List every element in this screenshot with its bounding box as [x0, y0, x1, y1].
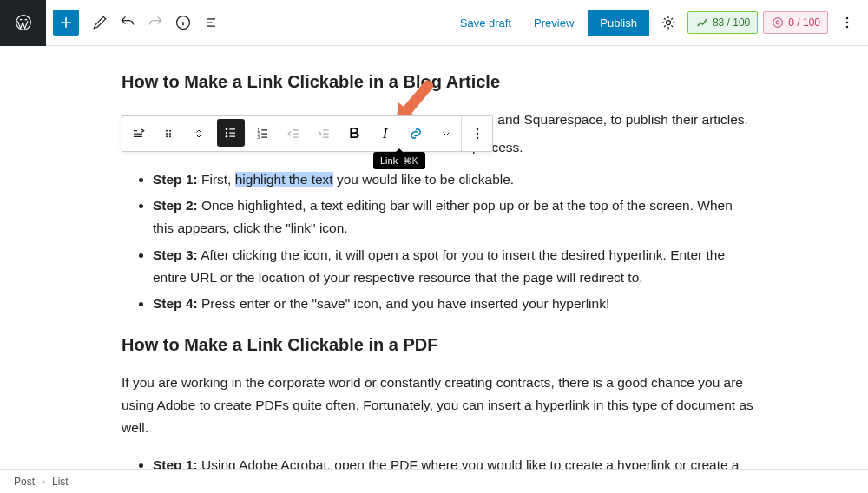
link-icon — [407, 125, 424, 142]
italic-button[interactable]: I — [370, 116, 400, 151]
indent-button[interactable] — [308, 116, 339, 151]
info-button[interactable] — [169, 5, 197, 40]
svg-point-20 — [476, 128, 478, 131]
preview-button[interactable]: Preview — [525, 11, 582, 35]
svg-point-3 — [773, 18, 783, 28]
readability-score-label: 0 / 100 — [788, 16, 820, 29]
svg-point-11 — [169, 133, 171, 135]
toolbar-left — [46, 5, 225, 40]
svg-point-8 — [166, 130, 168, 132]
redo-button[interactable] — [141, 5, 169, 40]
svg-point-15 — [226, 132, 228, 135]
bold-button[interactable]: B — [339, 116, 370, 151]
info-icon — [174, 14, 192, 31]
numbered-list-button[interactable]: 123 — [247, 116, 278, 151]
bullet-list-icon — [222, 124, 240, 141]
breadcrumb-list[interactable]: List — [52, 476, 69, 488]
edit-mode-button[interactable] — [86, 5, 114, 40]
toolbar-right: Save draft Preview Publish 83 / 100 0 / … — [451, 5, 861, 40]
svg-point-10 — [166, 133, 168, 135]
paragraph-pdf-intro[interactable]: If you are working in the corporate worl… — [122, 371, 755, 440]
redo-icon — [147, 14, 164, 31]
indent-icon — [315, 125, 332, 142]
list-item[interactable]: Step 2: Once highlighted, a text editing… — [153, 194, 755, 240]
breadcrumb: Post › List — [0, 469, 868, 493]
link-tooltip: Link ⌘K — [373, 152, 425, 169]
breadcrumb-post[interactable]: Post — [14, 476, 35, 488]
tooltip-shortcut: ⌘K — [403, 156, 418, 166]
svg-point-9 — [169, 130, 171, 132]
svg-point-16 — [226, 135, 228, 138]
list-item[interactable]: Step 1: First, highlight the text you wo… — [153, 168, 755, 191]
link-button[interactable] — [400, 116, 431, 151]
chart-up-icon — [695, 16, 709, 30]
svg-point-14 — [226, 128, 228, 131]
svg-point-12 — [166, 135, 168, 137]
outline-button[interactable] — [197, 5, 225, 40]
plus-icon — [57, 14, 75, 31]
chevron-down-icon — [439, 127, 453, 141]
outdent-icon — [285, 125, 302, 142]
svg-point-2 — [666, 21, 670, 25]
drag-handle[interactable] — [153, 116, 183, 151]
publish-button[interactable]: Publish — [588, 10, 649, 36]
undo-button[interactable] — [114, 5, 141, 40]
svg-point-22 — [476, 137, 478, 140]
add-block-button[interactable] — [53, 10, 79, 36]
list-item[interactable]: Step 3: After clicking the icon, it will… — [153, 244, 755, 290]
undo-icon — [119, 14, 136, 31]
gear-icon — [660, 14, 677, 31]
wordpress-icon — [15, 14, 32, 31]
sort-icon — [192, 127, 206, 141]
tooltip-label: Link — [380, 155, 398, 166]
breadcrumb-separator: › — [42, 476, 45, 488]
svg-text:2: 2 — [257, 131, 260, 136]
svg-text:3: 3 — [257, 135, 260, 140]
seo-score-label: 83 / 100 — [713, 16, 750, 29]
vertical-dots-icon — [469, 125, 486, 142]
wordpress-logo[interactable] — [0, 0, 46, 46]
steps-blog-list[interactable]: Step 1: First, highlight the text you wo… — [122, 168, 755, 316]
vertical-dots-icon — [838, 14, 856, 31]
numbered-list-icon: 123 — [254, 125, 272, 142]
transform-icon — [129, 125, 147, 142]
heading-pdf[interactable]: How to Make a Link Clickable in a PDF — [122, 330, 755, 359]
more-options-button[interactable] — [833, 5, 861, 40]
italic-icon: I — [383, 125, 388, 142]
svg-point-6 — [846, 22, 849, 24]
svg-text:1: 1 — [257, 128, 260, 133]
pencil-icon — [91, 14, 108, 31]
block-type-button[interactable] — [122, 116, 153, 151]
move-up-down-button[interactable] — [183, 116, 214, 151]
readability-score-badge[interactable]: 0 / 100 — [763, 11, 828, 34]
drag-icon — [161, 127, 175, 141]
target-icon — [771, 16, 785, 30]
seo-score-badge[interactable]: 83 / 100 — [687, 11, 758, 34]
settings-button[interactable] — [654, 5, 682, 40]
save-draft-button[interactable]: Save draft — [451, 11, 520, 35]
outline-icon — [202, 14, 220, 31]
svg-point-13 — [169, 135, 171, 137]
block-toolbar: 123 B I — [122, 115, 493, 152]
more-block-options-button[interactable] — [462, 116, 492, 151]
svg-point-7 — [846, 26, 849, 29]
list-item[interactable]: Step 4: Press enter or the "save" icon, … — [153, 293, 755, 315]
dropdown-button[interactable] — [431, 116, 461, 151]
svg-point-4 — [776, 21, 779, 24]
outdent-button[interactable] — [278, 116, 308, 151]
svg-point-21 — [476, 133, 478, 135]
bullet-list-button[interactable] — [217, 119, 245, 147]
editor-content[interactable]: How to Make a Link Clickable in a Blog A… — [0, 46, 755, 493]
bold-icon: B — [349, 125, 359, 142]
highlighted-text[interactable]: highlight the text — [235, 172, 333, 187]
svg-point-5 — [846, 17, 849, 20]
editor-top-bar: Save draft Preview Publish 83 / 100 0 / … — [0, 0, 868, 46]
